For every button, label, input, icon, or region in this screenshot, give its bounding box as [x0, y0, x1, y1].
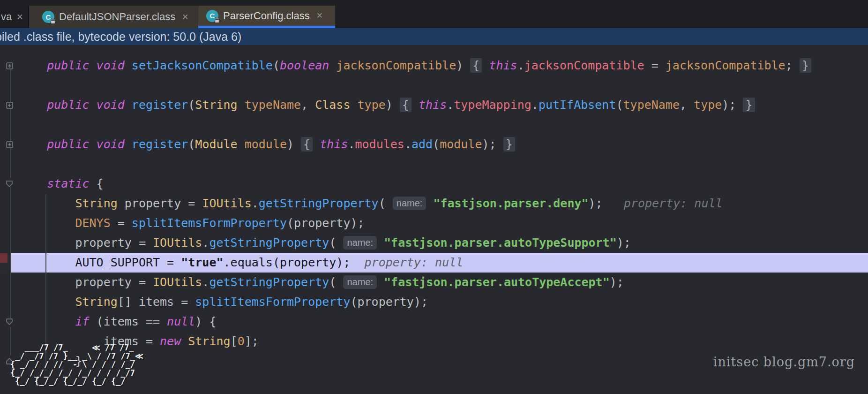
code-token: );: [722, 98, 743, 112]
tab-java-partial[interactable]: va ✕: [0, 6, 29, 28]
fold-open-icon: [6, 180, 13, 188]
code-editor[interactable]: public void setJacksonCompatible(boolean…: [0, 45, 868, 394]
close-icon[interactable]: ✕: [16, 12, 23, 22]
code-token: ];: [245, 334, 259, 348]
tab-defaultjsonparser[interactable]: C DefaultJSONParser.class ✕: [29, 6, 198, 28]
code-line[interactable]: if (items == null) {: [0, 312, 868, 332]
code-line[interactable]: [0, 154, 868, 174]
code-token: (: [188, 98, 195, 112]
code-token: property: null: [350, 256, 463, 269]
code-text: public void register(Module module) { th…: [19, 135, 515, 154]
decompile-banner-text: piled .class file, bytecode version: 50.…: [0, 30, 241, 44]
fold-open-icon: [6, 318, 13, 326]
code-text: static {: [19, 174, 104, 194]
code-line[interactable]: DENYS = splitItemsFormProperty(property)…: [0, 213, 868, 233]
code-token: (: [433, 137, 440, 151]
gm7-watermark: ___/7 /7_ ≪ /7 /7_ _/ _/7 /7 }__ _\ / /7…: [10, 343, 143, 386]
code-token: String: [188, 334, 230, 348]
close-icon[interactable]: ✕: [316, 11, 323, 21]
code-text: public void setJacksonCompatible(boolean…: [19, 56, 811, 76]
class-icon: C: [206, 10, 218, 22]
code-token: [377, 275, 384, 289]
fold-marker-plus[interactable]: [0, 56, 19, 76]
blog-watermark: initsec blog.gm7.org: [713, 355, 855, 369]
code-token: property =: [75, 236, 153, 250]
code-line[interactable]: static {: [0, 174, 868, 194]
code-text: public void register(String typeName, Cl…: [19, 95, 755, 115]
code-token: .: [447, 98, 454, 112]
close-icon[interactable]: ✕: [182, 12, 188, 22]
code-token: (property);: [287, 216, 365, 230]
code-token: getStringProperty: [209, 275, 329, 289]
code-token: splitItemsFormProperty: [195, 295, 350, 309]
code-token: ): [456, 59, 470, 72]
code-line[interactable]: public void setJacksonCompatible(boolean…: [0, 56, 868, 76]
parameter-name-inlay: name:: [393, 197, 427, 210]
code-token: ,: [680, 98, 694, 112]
fold-marker-plus[interactable]: [0, 135, 19, 154]
code-token: jacksonCompatible: [666, 59, 786, 72]
code-line[interactable]: public void register(Module module) { th…: [0, 135, 868, 154]
code-token: equals: [231, 256, 273, 269]
code-token: AUTO_SUPPORT: [75, 256, 160, 269]
tab-parserconfig[interactable]: C ParserConfig.class ✕: [198, 6, 335, 28]
code-token: [] items =: [118, 295, 195, 309]
code-line[interactable]: [0, 115, 868, 135]
fold-marker-plus[interactable]: [0, 95, 19, 115]
code-text: String property = IOUtils.getStringPrope…: [19, 194, 723, 213]
code-line[interactable]: String property = IOUtils.getStringPrope…: [0, 194, 868, 213]
code-text: property = IOUtils.getStringProperty( na…: [19, 233, 631, 253]
code-token: modules: [355, 137, 404, 151]
code-token: {: [301, 137, 313, 152]
class-icon: C: [42, 11, 54, 23]
code-token: module: [238, 137, 287, 151]
code-line[interactable]: property = IOUtils.getStringProperty( na…: [0, 273, 868, 292]
code-line[interactable]: public void register(String typeName, Cl…: [0, 95, 868, 115]
code-token: null: [167, 315, 195, 328]
code-token: (: [329, 275, 343, 289]
editor-tab-bar: va ✕ C DefaultJSONParser.class ✕ C Parse…: [0, 0, 868, 28]
code-line[interactable]: [0, 76, 868, 95]
code-token: property =: [75, 275, 153, 289]
parameter-name-inlay: name:: [343, 275, 377, 289]
code-text: DENYS = splitItemsFormProperty(property)…: [19, 213, 365, 233]
gutter-cell: [0, 273, 19, 292]
code-token: register: [132, 137, 188, 151]
code-token: =: [160, 256, 181, 269]
fold-marker-open[interactable]: [0, 174, 19, 194]
code-token: {: [470, 58, 482, 73]
code-token: [426, 197, 433, 210]
code-token: type: [350, 98, 385, 112]
code-token: ,: [301, 98, 315, 112]
decompile-banner: piled .class file, bytecode version: 50.…: [0, 28, 868, 45]
code-token: add: [412, 137, 433, 151]
gutter-cell: [0, 292, 19, 312]
code-token: (items ==: [90, 315, 167, 328]
code-token: String: [195, 98, 237, 112]
code-token: ) {: [195, 315, 216, 328]
code-token: getStringProperty: [259, 197, 379, 210]
tab-label: DefaultJSONParser.class: [59, 11, 175, 23]
code-token: (: [329, 236, 343, 250]
code-line[interactable]: String[] items = splitItemsFormProperty(…: [0, 292, 868, 312]
code-token: IOUtils: [153, 236, 202, 250]
tab-label: va: [1, 11, 12, 23]
code-line-execution-point[interactable]: AUTO_SUPPORT = "true".equals(property); …: [0, 253, 868, 273]
code-token: boolean: [280, 59, 329, 72]
code-token: (: [379, 197, 393, 210]
code-line[interactable]: property = IOUtils.getStringProperty( na…: [0, 233, 868, 253]
code-token: [313, 137, 320, 151]
code-token: getStringProperty: [209, 236, 329, 250]
code-token: (: [273, 59, 280, 72]
code-text: property = IOUtils.getStringProperty( na…: [19, 273, 624, 292]
code-token: "true": [181, 256, 223, 269]
code-token: typeName: [623, 98, 680, 112]
code-token: String: [75, 197, 117, 210]
lock-icon: [214, 17, 220, 23]
fold-marker-open[interactable]: [0, 312, 19, 332]
code-token: .: [404, 137, 412, 151]
code-token: }: [743, 98, 755, 112]
code-token: [181, 334, 188, 348]
code-token: putIfAbsent: [539, 98, 616, 112]
code-text: if (items == null) {: [19, 312, 216, 332]
